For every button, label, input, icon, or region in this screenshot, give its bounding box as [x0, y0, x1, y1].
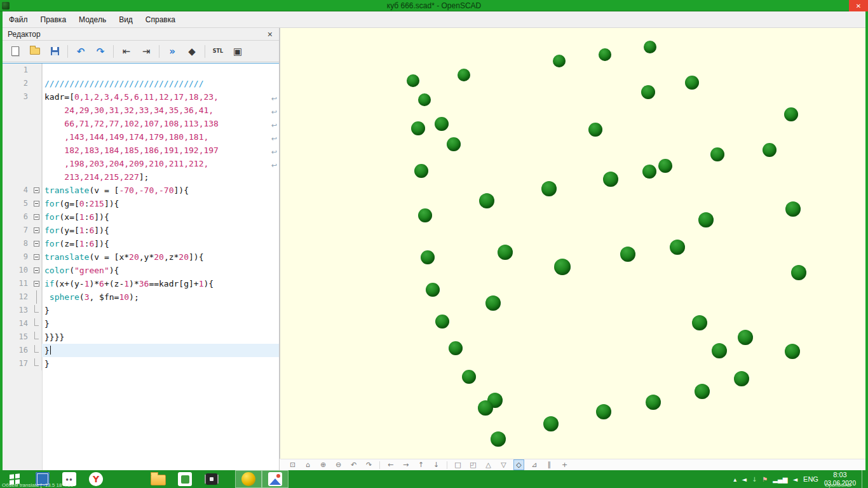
- fold-marker: [32, 64, 42, 77]
- code-token: (y=[: [59, 226, 79, 235]
- show-axes-icon[interactable]: +: [560, 460, 569, 470]
- line-number: 2: [3, 77, 32, 90]
- code-row[interactable]: 9translate(v = [x*20,y*20,z*20]){: [3, 250, 279, 264]
- code-text: for(y=[1:6]){: [42, 224, 279, 237]
- code-token: }}}}: [44, 332, 64, 342]
- zoom-out-icon[interactable]: ⊖: [334, 460, 343, 470]
- show-desktop-button[interactable]: [862, 470, 865, 488]
- menu-edit[interactable]: Правка: [34, 12, 73, 27]
- fold-marker[interactable]: [32, 210, 42, 224]
- fold-marker[interactable]: [32, 197, 42, 210]
- fold-marker[interactable]: [32, 277, 42, 290]
- code-token: 1: [79, 212, 85, 222]
- code-row[interactable]: 4translate(v = [-70,-70,-70]){: [3, 184, 279, 197]
- pan-up-icon[interactable]: ↑: [416, 460, 426, 470]
- print-3d-icon[interactable]: ▣: [229, 43, 246, 60]
- code-token: 24,29,30,31,32,33,34,35,36,41,: [44, 105, 214, 115]
- perspective-icon[interactable]: ⊿: [529, 460, 539, 470]
- code-row[interactable]: 213,214,215,227];: [3, 170, 279, 184]
- code-row[interactable]: ,143,144,149,174,179,180,181,↩: [3, 130, 279, 144]
- render-icon[interactable]: ◆: [184, 43, 200, 60]
- viewport-3d[interactable]: [280, 28, 865, 459]
- code-row[interactable]: ,198,203,204,209,210,211,212,↩: [3, 157, 279, 170]
- indent-icon[interactable]: ⇥: [138, 43, 154, 60]
- view-bottom-icon[interactable]: ▽: [499, 460, 508, 470]
- alert-flag-icon[interactable]: ⚑: [762, 476, 768, 483]
- taskbar-app-chip[interactable]: [198, 470, 225, 488]
- orthogonal-icon[interactable]: ∥: [545, 460, 554, 470]
- view-front-icon[interactable]: □: [453, 460, 463, 470]
- volume-icon[interactable]: ◄: [742, 476, 747, 483]
- preview-icon[interactable]: »: [164, 43, 180, 60]
- export-stl-icon[interactable]: STL: [210, 43, 226, 60]
- fold-end-icon: [34, 332, 39, 339]
- network-bars-icon[interactable]: ▂▄▆: [773, 476, 787, 483]
- reset-view-icon[interactable]: ⌂: [303, 460, 313, 470]
- code-row[interactable]: 17}: [3, 357, 279, 370]
- menu-design[interactable]: Модель: [72, 12, 112, 27]
- code-row[interactable]: 8for(z=[1:6]){: [3, 237, 279, 250]
- save-icon[interactable]: [46, 43, 63, 60]
- editor-close-icon[interactable]: ×: [266, 30, 274, 39]
- code-row[interactable]: 13}: [3, 304, 279, 317]
- fold-marker[interactable]: [32, 237, 42, 250]
- code-row[interactable]: 2////////////////////////////////: [3, 77, 279, 90]
- code-row[interactable]: 3kadr=[0,1,2,3,4,5,6,11,12,17,18,23,↩: [3, 90, 279, 104]
- code-row[interactable]: 16}: [3, 344, 279, 357]
- code-row[interactable]: 12 sphere(3, $fn=10);: [3, 290, 279, 304]
- code-row[interactable]: 14}: [3, 317, 279, 330]
- pan-left-icon[interactable]: ←: [386, 460, 395, 470]
- pan-right-icon[interactable]: →: [401, 460, 410, 470]
- zoom-in-icon[interactable]: ⊕: [318, 460, 328, 470]
- fold-marker[interactable]: [32, 224, 42, 237]
- code-row[interactable]: 5for(g=[0:215]){: [3, 197, 279, 210]
- clock-time: 8:03: [824, 471, 856, 479]
- language-indicator[interactable]: ENG: [803, 475, 818, 483]
- code-token: 1: [199, 279, 204, 288]
- fold-marker[interactable]: [32, 264, 42, 277]
- menu-view[interactable]: Вид: [112, 12, 139, 27]
- close-button[interactable]: ✕: [849, 0, 868, 11]
- code-row[interactable]: 182,183,184,185,186,191,192,197↩: [3, 144, 279, 157]
- code-row[interactable]: 15}}}}: [3, 330, 279, 344]
- redo-icon[interactable]: ↷: [92, 43, 109, 60]
- view-toolbar-separator: [379, 461, 380, 469]
- undo-view-icon[interactable]: ↶: [349, 460, 358, 470]
- tray-expand-icon[interactable]: ▴: [733, 476, 736, 483]
- fold-marker[interactable]: [32, 184, 42, 197]
- unindent-icon[interactable]: ⇤: [118, 43, 135, 60]
- code-row[interactable]: 10color("green"){: [3, 264, 279, 277]
- code-row[interactable]: 24,29,30,31,32,33,34,35,36,41,↩: [3, 104, 279, 117]
- pan-down-icon[interactable]: ↓: [431, 460, 441, 470]
- code-token: ]){: [174, 186, 189, 195]
- taskbar-app-openscad[interactable]: [235, 470, 262, 488]
- fold-marker[interactable]: [32, 250, 42, 264]
- undo-icon[interactable]: ↶: [72, 43, 89, 60]
- taskbar-app-green-tool[interactable]: [172, 470, 198, 488]
- fold-marker: [32, 90, 42, 104]
- view-diagonal-icon[interactable]: ◇: [514, 460, 524, 470]
- code-token: , $fn=: [89, 292, 119, 302]
- code-area[interactable]: 12////////////////////////////////3kadr=…: [3, 63, 279, 470]
- fold-marker: [32, 330, 42, 344]
- code-row[interactable]: 1: [3, 64, 279, 77]
- new-file-icon[interactable]: [7, 43, 24, 60]
- view-back-icon[interactable]: ◰: [468, 460, 478, 470]
- view-top-icon[interactable]: △: [484, 460, 493, 470]
- menu-help[interactable]: Справка: [139, 12, 182, 27]
- redo-view-icon[interactable]: ↷: [364, 460, 374, 470]
- taskbar-app-yandex[interactable]: Y: [83, 470, 109, 488]
- view-all-icon[interactable]: ⊡: [288, 460, 297, 470]
- open-file-icon[interactable]: [27, 43, 43, 60]
- code-row[interactable]: 6for(x=[1:6]){: [3, 210, 279, 224]
- fold-marker: [32, 170, 42, 184]
- menu-file[interactable]: Файл: [3, 12, 34, 27]
- download-icon[interactable]: ↓: [752, 476, 757, 483]
- code-row[interactable]: 66,71,72,77,102,107,108,113,138↩: [3, 117, 279, 130]
- code-token: 215: [89, 199, 104, 208]
- code-row[interactable]: 7for(y=[1:6]){: [3, 224, 279, 237]
- taskbar-app-image-viewer[interactable]: [262, 470, 288, 488]
- taskbar-app-folder[interactable]: [145, 470, 172, 488]
- code-row[interactable]: 11if(x+(y-1)*6+(z-1)*36==kadr[g]+1){: [3, 277, 279, 290]
- speaker-icon[interactable]: ◄: [792, 476, 797, 483]
